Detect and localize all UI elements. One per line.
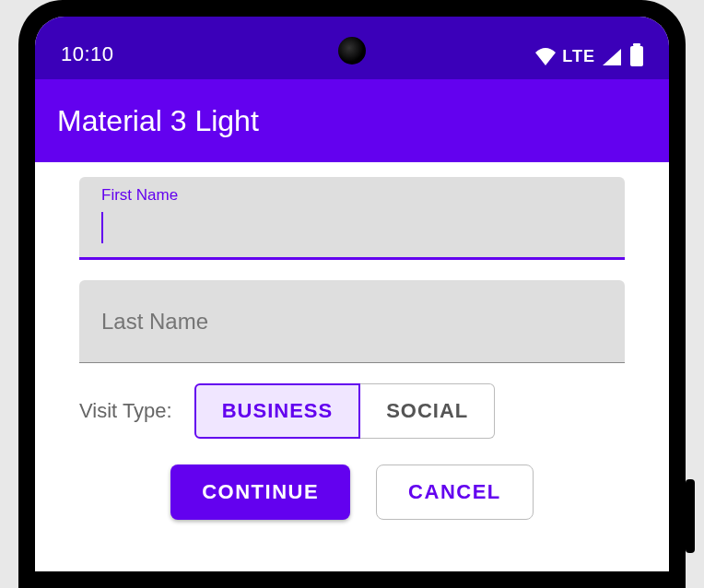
- cancel-button[interactable]: CANCEL: [376, 465, 534, 520]
- content-area: First Name Visit Type: BUSINESS SOCIAL C…: [35, 162, 669, 520]
- first-name-input[interactable]: [100, 214, 604, 238]
- phone-frame: 10:10 LTE Material 3 Light First: [18, 0, 686, 588]
- camera-cutout: [338, 37, 366, 65]
- segment-business[interactable]: BUSINESS: [194, 383, 360, 439]
- screen: 10:10 LTE Material 3 Light First: [35, 17, 669, 571]
- network-label: LTE: [562, 47, 595, 66]
- phone-bezel: 10:10 LTE Material 3 Light First: [28, 9, 676, 579]
- side-button: [686, 479, 695, 553]
- visit-type-label: Visit Type:: [79, 399, 172, 423]
- battery-icon: [630, 46, 643, 66]
- signal-icon: [601, 47, 623, 65]
- status-icons: LTE: [534, 46, 643, 66]
- last-name-field[interactable]: [79, 280, 625, 363]
- continue-button[interactable]: CONTINUE: [170, 465, 350, 520]
- last-name-input[interactable]: [79, 280, 625, 362]
- app-title: Material 3 Light: [57, 104, 259, 138]
- action-buttons: CONTINUE CANCEL: [79, 465, 625, 520]
- status-time: 10:10: [61, 42, 114, 66]
- visit-type-row: Visit Type: BUSINESS SOCIAL: [79, 383, 625, 439]
- app-bar: Material 3 Light: [35, 79, 669, 162]
- first-name-field[interactable]: First Name: [79, 177, 625, 260]
- visit-type-segmented: BUSINESS SOCIAL: [194, 383, 496, 439]
- first-name-label: First Name: [101, 186, 178, 205]
- segment-social[interactable]: SOCIAL: [360, 383, 495, 439]
- wifi-icon: [534, 47, 557, 65]
